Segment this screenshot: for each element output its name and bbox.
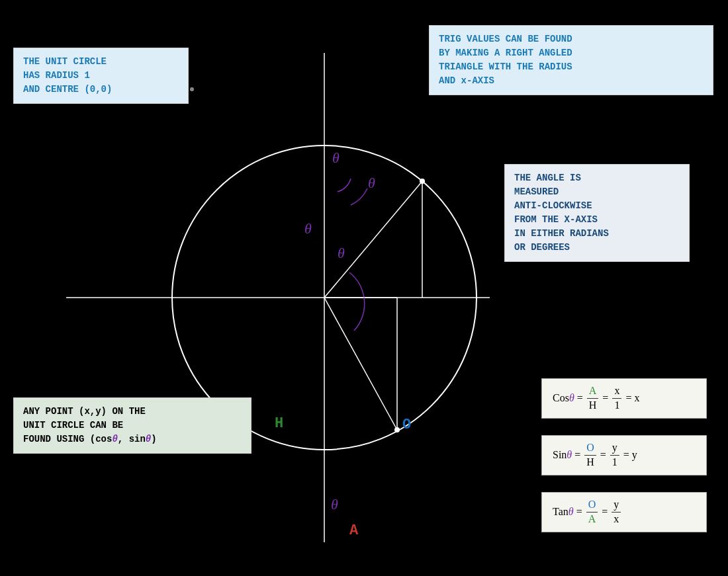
theta-label-2: θ bbox=[368, 175, 375, 192]
unit-circle-line1: THE UNIT CIRCLE bbox=[23, 56, 107, 67]
unit-circle-line2: HAS RADIUS 1 bbox=[23, 70, 90, 81]
trig-values-line2: BY MAKING A RIGHT ANGLED bbox=[439, 48, 572, 58]
angle-measured-line6: OR DEGREES bbox=[514, 242, 570, 253]
cos-prefix: Cosθ = bbox=[553, 392, 583, 404]
angle-measured-line1: THE ANGLE IS bbox=[514, 173, 581, 183]
theta-label-3: θ bbox=[304, 220, 312, 237]
any-point-note: ANY POINT (x,y) ON THE UNIT CIRCLE CAN B… bbox=[13, 397, 251, 454]
cos-eq2: = bbox=[602, 392, 608, 404]
theta-label-5: θ bbox=[331, 496, 338, 513]
angle-measured-note: THE ANGLE IS MEASURED ANTI-CLOCKWISE FRO… bbox=[504, 164, 690, 262]
tan-eq2: = bbox=[602, 506, 608, 518]
label-A: A bbox=[349, 522, 358, 539]
tan-frac2: y x bbox=[612, 498, 621, 526]
sin-formula: Sinθ = O H = y 1 = y bbox=[553, 441, 696, 470]
svg-point-6 bbox=[190, 87, 194, 91]
tan-prefix: Tanθ = bbox=[553, 506, 582, 518]
svg-point-5 bbox=[420, 179, 425, 184]
angle-measured-line2: MEASURED bbox=[514, 186, 559, 197]
unit-circle-line3: AND CENTRE (0,0) bbox=[23, 84, 112, 95]
trig-values-note: TRIG VALUES CAN BE FOUND BY MAKING A RIG… bbox=[429, 25, 713, 95]
angle-measured-line3: ANTI-CLOCKWISE bbox=[514, 200, 592, 211]
angle-measured-line4: FROM THE X-AXIS bbox=[514, 214, 598, 225]
any-point-line1: ANY POINT (x,y) ON THE bbox=[23, 406, 146, 417]
theta-label-1: θ bbox=[332, 149, 340, 167]
cos-frac1: A H bbox=[587, 384, 599, 413]
sin-frac1: O H bbox=[584, 441, 596, 470]
trig-values-line3: TRIANGLE WITH THE RADIUS bbox=[439, 62, 572, 72]
any-point-line2: UNIT CIRCLE CAN BE bbox=[23, 420, 123, 431]
sin-prefix: Sinθ = bbox=[553, 449, 580, 461]
sin-frac2: y 1 bbox=[610, 441, 619, 470]
tan-formula-box: Tanθ = O A = y x bbox=[541, 492, 707, 532]
tan-formula: Tanθ = O A = y x bbox=[553, 498, 696, 526]
unit-circle-note: THE UNIT CIRCLE HAS RADIUS 1 AND CENTRE … bbox=[13, 48, 189, 104]
angle-measured-line5: IN EITHER RADIANS bbox=[514, 228, 609, 239]
sin-formula-box: Sinθ = O H = y 1 = y bbox=[541, 435, 707, 475]
label-H: H bbox=[275, 415, 283, 432]
sin-eq2: = bbox=[600, 449, 606, 461]
svg-line-8 bbox=[324, 298, 397, 430]
svg-point-11 bbox=[394, 427, 400, 432]
trig-values-line1: TRIG VALUES CAN BE FOUND bbox=[439, 34, 572, 44]
cos-frac2: x 1 bbox=[612, 384, 621, 413]
label-O: O bbox=[402, 417, 411, 433]
sin-eq3: = y bbox=[623, 449, 637, 461]
svg-line-3 bbox=[324, 181, 422, 298]
trig-values-line4: AND x-AXIS bbox=[439, 75, 494, 86]
cos-eq3: = x bbox=[625, 392, 639, 404]
any-point-line3: FOUND USING (cosθ, sinθ) bbox=[23, 434, 157, 444]
tan-frac1: O A bbox=[586, 498, 598, 526]
cos-formula: Cosθ = A H = x 1 = x bbox=[553, 384, 696, 413]
cos-formula-box: Cosθ = A H = x 1 = x bbox=[541, 378, 707, 419]
theta-label-4: θ bbox=[338, 245, 345, 262]
